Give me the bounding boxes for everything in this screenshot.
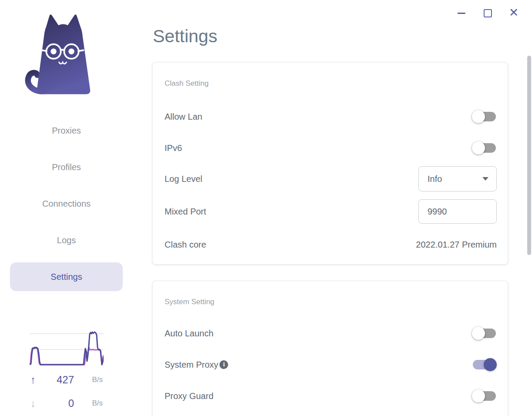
auto-launch-row: Auto Launch bbox=[165, 325, 497, 342]
download-speed-value: 0 bbox=[43, 397, 74, 409]
proxy-guard-label: Proxy Guard bbox=[165, 391, 213, 401]
system-proxy-row: System Proxy i bbox=[165, 356, 497, 373]
maximize-button[interactable] bbox=[484, 9, 492, 17]
system-proxy-toggle[interactable] bbox=[472, 358, 497, 371]
proxy-guard-row: Proxy Guard bbox=[165, 387, 497, 405]
proxy-guard-toggle[interactable] bbox=[472, 389, 497, 403]
ipv6-row: IPv6 bbox=[165, 139, 497, 157]
system-proxy-label-text: System Proxy bbox=[165, 360, 218, 370]
sidebar-item-profiles[interactable]: Profiles bbox=[10, 153, 123, 181]
sidebar-item-proxies[interactable]: Proxies bbox=[10, 116, 123, 145]
toggle-knob bbox=[472, 110, 485, 123]
close-button[interactable]: ✕ bbox=[508, 6, 519, 19]
arrow-down-icon: ↓ bbox=[30, 397, 43, 409]
page-title: Settings bbox=[153, 26, 217, 47]
clash-setting-card: Clash Setting Allow Lan IPv6 Log Level I… bbox=[152, 62, 508, 265]
upload-speed-unit: B/s bbox=[74, 376, 103, 384]
allow-lan-toggle[interactable] bbox=[472, 110, 497, 123]
system-setting-card: System Setting Auto Launch System Proxy … bbox=[152, 281, 508, 416]
clash-core-label: Clash core bbox=[165, 240, 206, 250]
toggle-knob bbox=[472, 327, 485, 340]
toggle-knob bbox=[484, 358, 497, 371]
mixed-port-row: Mixed Port bbox=[165, 199, 497, 224]
system-setting-header: System Setting bbox=[165, 298, 214, 306]
traffic-graph bbox=[30, 328, 104, 366]
sidebar-item-logs[interactable]: Logs bbox=[10, 226, 123, 255]
traffic-line-upload bbox=[30, 332, 104, 365]
toggle-knob bbox=[472, 141, 485, 154]
toggle-knob bbox=[472, 389, 485, 403]
auto-launch-label: Auto Launch bbox=[165, 329, 213, 339]
clash-setting-header: Clash Setting bbox=[165, 79, 209, 88]
chevron-down-icon bbox=[482, 177, 488, 181]
ipv6-toggle[interactable] bbox=[472, 141, 497, 154]
upload-speed-value: 427 bbox=[43, 374, 74, 386]
allow-lan-row: Allow Lan bbox=[165, 108, 497, 125]
log-level-label: Log Level bbox=[165, 174, 202, 184]
mixed-port-label: Mixed Port bbox=[165, 207, 206, 217]
log-level-selected-value: Info bbox=[428, 174, 442, 184]
system-proxy-label: System Proxy i bbox=[165, 360, 228, 370]
sidebar: Proxies Profiles Connections Logs Settin… bbox=[0, 0, 133, 416]
sidebar-item-settings[interactable]: Settings bbox=[10, 262, 123, 291]
app-window: Proxies Profiles Connections Logs Settin… bbox=[0, 0, 532, 416]
info-icon[interactable]: i bbox=[219, 360, 228, 369]
clash-cat-logo bbox=[21, 10, 104, 97]
log-level-row: Log Level Info bbox=[165, 166, 497, 191]
ipv6-label: IPv6 bbox=[165, 143, 182, 153]
upload-speed-row: ↑ 427 B/s bbox=[30, 371, 103, 389]
clash-core-version: 2022.01.27 Premium bbox=[416, 240, 497, 250]
download-speed-row: ↓ 0 B/s bbox=[30, 395, 103, 412]
arrow-up-icon: ↑ bbox=[30, 374, 43, 386]
download-speed-unit: B/s bbox=[74, 399, 103, 408]
vertical-scrollbar-thumb[interactable] bbox=[527, 56, 531, 255]
auto-launch-toggle[interactable] bbox=[472, 327, 497, 340]
log-level-select[interactable]: Info bbox=[418, 166, 497, 191]
minimize-button[interactable] bbox=[458, 13, 465, 14]
clash-core-row: Clash core 2022.01.27 Premium bbox=[165, 236, 497, 253]
sidebar-item-connections[interactable]: Connections bbox=[10, 189, 123, 218]
mixed-port-input[interactable] bbox=[418, 199, 497, 224]
allow-lan-label: Allow Lan bbox=[165, 112, 202, 122]
